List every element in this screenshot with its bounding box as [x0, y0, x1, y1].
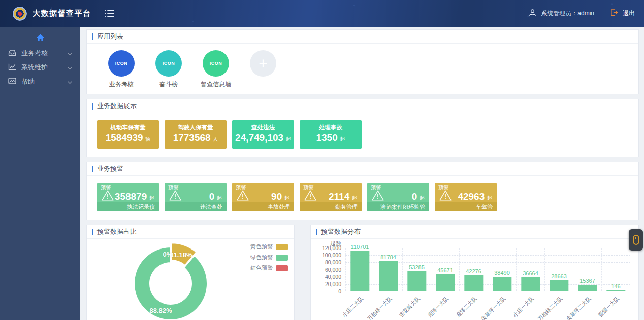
warning-triangle-icon — [304, 190, 317, 203]
sidebar: 业务考核系统维护帮助 — [0, 27, 80, 320]
user-role-admin: 系统管理员：admin — [541, 9, 594, 18]
bar-slot-2: 53285杏花岭大队 — [402, 248, 431, 291]
legend-label: 红色预警 — [250, 264, 273, 272]
warning-mid-row: 358879 起 — [101, 190, 154, 203]
bar-value-label: 110701 — [351, 244, 369, 250]
bar-value-label: 81784 — [380, 254, 396, 260]
warning-mid-row: 0 起 — [169, 190, 222, 203]
bar-9[interactable] — [606, 290, 625, 291]
menu-collapse-icon[interactable] — [105, 10, 115, 18]
warning-card-2: 预警90 起事故处理 — [232, 183, 294, 211]
data-card-2: 查处违法24,749,103 起 — [232, 120, 294, 149]
data-card-title: 机动车保有量 — [97, 124, 159, 131]
bar-4[interactable] — [464, 275, 483, 291]
title-accent-bar — [92, 229, 93, 235]
warning-card-3: 预警2114 起勤务管理 — [300, 183, 362, 211]
bar-3[interactable] — [436, 274, 455, 291]
add-app-button[interactable]: + — [245, 50, 281, 89]
data-card-3: 处理事故1350 起 — [300, 120, 362, 149]
x-category-label: 杏花岭大队 — [398, 295, 422, 319]
warning-category-label: 事故处理 — [232, 202, 294, 211]
warning-unit: 起 — [418, 195, 425, 201]
x-category-label: 小店一大队 — [511, 295, 535, 319]
sidebar-item-assessment[interactable]: 业务考核 — [0, 46, 80, 60]
sidebar-item-label: 系统维护 — [21, 63, 48, 72]
data-card-value: 1773568 人 — [165, 133, 227, 143]
sidebar-item-label: 帮助 — [21, 77, 35, 86]
bar-slot-9: 146晋源一大队 — [601, 248, 630, 291]
y-tick-label: 80,000 — [311, 259, 341, 265]
warning-category-label: 勤务管理 — [300, 202, 362, 211]
warning-triangle-icon — [101, 190, 114, 203]
x-category-label: 万柏林二大队 — [536, 295, 564, 320]
app-icon: ICON — [108, 50, 135, 77]
app-list-title-row: 应用列表 — [87, 30, 638, 44]
bar-slot-5: 38490尖草坪一大队 — [488, 248, 516, 291]
bar-2[interactable] — [407, 271, 426, 291]
y-tick-label: 60,000 — [311, 267, 341, 273]
warning-category-label: 执法记录仪 — [97, 202, 159, 211]
data-card-unit: 起 — [284, 136, 291, 142]
data-display-title-row: 业务数据展示 — [87, 99, 638, 113]
bar-6[interactable] — [521, 277, 540, 291]
bar-8[interactable] — [578, 285, 597, 291]
pie-chart: 黄色预警绿色预警红色预警11.18%88.82%0% — [87, 239, 294, 320]
section-title: 预警数据占比 — [97, 227, 137, 236]
bar-5[interactable] — [493, 277, 511, 291]
title-accent-bar — [316, 229, 317, 235]
pie-chart-panel: 预警数据占比 黄色预警绿色预警红色预警11.18%88.82%0% — [86, 225, 295, 320]
app-shortcut-label: 督查信息墙 — [201, 80, 231, 89]
bar-value-label: 53285 — [409, 264, 425, 270]
chevron-down-icon — [68, 78, 72, 86]
bar-7[interactable] — [550, 280, 568, 291]
legend-label: 绿色预警 — [250, 254, 273, 261]
x-category-label: 迎泽一大队 — [426, 295, 450, 319]
legend-swatch — [276, 255, 288, 261]
sidebar-item-maintenance[interactable]: 系统维护 — [0, 60, 80, 75]
police-badge-logo — [12, 6, 27, 21]
warning-cards-body: 预警358879 起执法记录仪预警0 起违法查处预警90 起事故处理预警2114… — [87, 176, 638, 220]
app-icon: ICON — [155, 50, 182, 77]
app-shortcut-0[interactable]: ICON业务考核 — [103, 50, 140, 89]
warning-value: 42963 起 — [452, 191, 492, 202]
app-shortcut-2[interactable]: ICON督查信息墙 — [198, 50, 234, 89]
warning-card-0: 预警358879 起执法记录仪 — [97, 183, 159, 211]
x-category-label: 万柏林一大队 — [366, 295, 393, 320]
mouse-scroll-widget[interactable] — [629, 229, 643, 251]
logout-button[interactable]: 退出 — [623, 9, 635, 18]
bar-value-label: 28663 — [551, 273, 567, 279]
bar-plot-area: 110701小店二大队81784万柏林一大队53285杏花岭大队45671迎泽一… — [345, 248, 630, 291]
data-card-value: 1350 起 — [300, 133, 362, 143]
title-accent-bar — [92, 33, 93, 40]
warning-triangle-icon — [236, 190, 249, 203]
data-card-value: 24,749,103 起 — [232, 133, 294, 143]
data-card-unit: 人 — [212, 136, 218, 142]
inbox-icon — [8, 49, 16, 58]
legend-item-2[interactable]: 红色预警 — [250, 264, 288, 272]
sidebar-item-help[interactable]: 帮助 — [0, 75, 80, 89]
bar-1[interactable] — [379, 261, 398, 291]
legend-label: 黄色预警 — [250, 243, 273, 251]
legend-item-0[interactable]: 黄色预警 — [250, 243, 288, 251]
chevron-down-icon — [68, 64, 72, 72]
app-shortcut-label: 业务考核 — [109, 80, 134, 89]
home-icon — [36, 34, 45, 44]
bar-slot-8: 15367尖草坪二大队 — [573, 248, 601, 291]
bar-0[interactable] — [350, 251, 369, 291]
section-title: 预警数据分布 — [321, 227, 361, 236]
top-header: 大数据督查平台 系统管理员：admin 退出 — [0, 0, 644, 27]
sidebar-item-label: 业务考核 — [21, 49, 48, 58]
warning-category-label: 涉酒案件闭环监管 — [367, 202, 429, 211]
warning-unit: 起 — [486, 195, 492, 201]
app-shortcut-1[interactable]: ICON奋斗榜 — [150, 50, 187, 89]
legend-item-1[interactable]: 绿色预警 — [250, 254, 288, 261]
logout-icon[interactable] — [610, 9, 618, 18]
warning-card-4: 预警0 起涉酒案件闭环监管 — [367, 183, 429, 211]
sidebar-home-button[interactable] — [0, 31, 80, 46]
warning-card-1: 预警0 起违法查处 — [165, 183, 227, 211]
bar-value-label: 45671 — [437, 267, 453, 273]
warning-value: 2114 起 — [317, 191, 357, 202]
bar-slot-0: 110701小店二大队 — [345, 248, 374, 291]
warning-mid-row: 2114 起 — [304, 190, 357, 203]
warning-category-label: 违法查处 — [165, 202, 227, 211]
